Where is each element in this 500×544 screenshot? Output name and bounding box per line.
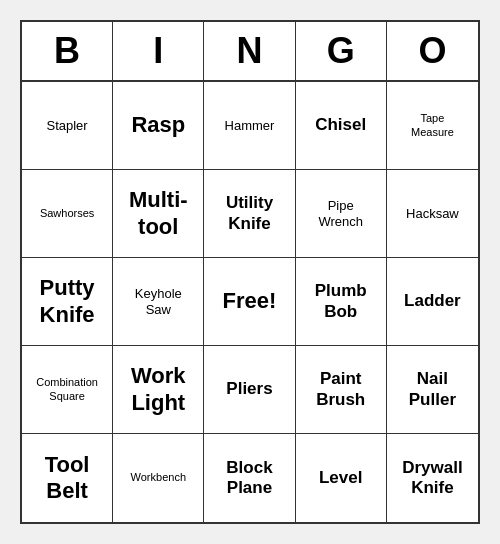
- cell-label: PipeWrench: [318, 198, 363, 229]
- bingo-grid: StaplerRaspHammerChiselTapeMeasureSawhor…: [22, 82, 478, 522]
- cell-label: Rasp: [131, 112, 185, 138]
- bingo-letter: B: [22, 22, 113, 80]
- bingo-cell[interactable]: DrywallKnife: [387, 434, 478, 522]
- bingo-cell[interactable]: TapeMeasure: [387, 82, 478, 170]
- bingo-cell[interactable]: Chisel: [296, 82, 387, 170]
- cell-label: Hacksaw: [406, 206, 459, 222]
- bingo-cell[interactable]: Ladder: [387, 258, 478, 346]
- cell-label: Workbench: [131, 471, 186, 484]
- cell-label: Sawhorses: [40, 207, 94, 220]
- cell-label: WorkLight: [131, 363, 186, 416]
- bingo-cell[interactable]: NailPuller: [387, 346, 478, 434]
- bingo-letter: G: [296, 22, 387, 80]
- bingo-cell[interactable]: Hacksaw: [387, 170, 478, 258]
- cell-label: NailPuller: [409, 369, 456, 410]
- cell-label: DrywallKnife: [402, 458, 462, 499]
- cell-label: Ladder: [404, 291, 461, 311]
- cell-label: Hammer: [225, 118, 275, 134]
- bingo-cell[interactable]: Pliers: [204, 346, 295, 434]
- bingo-cell[interactable]: Rasp: [113, 82, 204, 170]
- bingo-cell[interactable]: BlockPlane: [204, 434, 295, 522]
- cell-label: Free!: [223, 288, 277, 314]
- bingo-cell[interactable]: Sawhorses: [22, 170, 113, 258]
- bingo-cell[interactable]: PuttyKnife: [22, 258, 113, 346]
- cell-label: Level: [319, 468, 362, 488]
- bingo-cell[interactable]: KeyholeSaw: [113, 258, 204, 346]
- bingo-cell[interactable]: Stapler: [22, 82, 113, 170]
- cell-label: Chisel: [315, 115, 366, 135]
- bingo-cell[interactable]: Multi-tool: [113, 170, 204, 258]
- bingo-cell[interactable]: ToolBelt: [22, 434, 113, 522]
- bingo-cell[interactable]: Level: [296, 434, 387, 522]
- cell-label: UtilityKnife: [226, 193, 273, 234]
- cell-label: PaintBrush: [316, 369, 365, 410]
- cell-label: PlumbBob: [315, 281, 367, 322]
- cell-label: Pliers: [226, 379, 272, 399]
- cell-label: Stapler: [46, 118, 87, 134]
- bingo-cell[interactable]: PaintBrush: [296, 346, 387, 434]
- bingo-cell[interactable]: UtilityKnife: [204, 170, 295, 258]
- bingo-cell[interactable]: Free!: [204, 258, 295, 346]
- bingo-cell[interactable]: CombinationSquare: [22, 346, 113, 434]
- bingo-letter: I: [113, 22, 204, 80]
- bingo-letter: N: [204, 22, 295, 80]
- cell-label: BlockPlane: [226, 458, 272, 499]
- bingo-header: BINGO: [22, 22, 478, 82]
- cell-label: KeyholeSaw: [135, 286, 182, 317]
- bingo-cell[interactable]: Hammer: [204, 82, 295, 170]
- bingo-letter: O: [387, 22, 478, 80]
- bingo-card: BINGO StaplerRaspHammerChiselTapeMeasure…: [20, 20, 480, 524]
- bingo-cell[interactable]: WorkLight: [113, 346, 204, 434]
- cell-label: ToolBelt: [45, 452, 90, 505]
- cell-label: Multi-tool: [129, 187, 188, 240]
- bingo-cell[interactable]: Workbench: [113, 434, 204, 522]
- cell-label: TapeMeasure: [411, 112, 454, 138]
- bingo-cell[interactable]: PipeWrench: [296, 170, 387, 258]
- cell-label: CombinationSquare: [36, 376, 98, 402]
- bingo-cell[interactable]: PlumbBob: [296, 258, 387, 346]
- cell-label: PuttyKnife: [40, 275, 95, 328]
